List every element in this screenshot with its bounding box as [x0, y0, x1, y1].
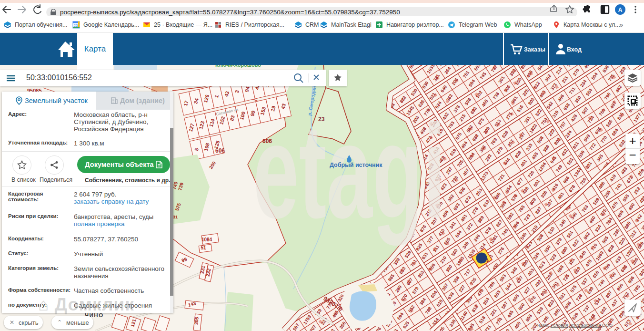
svg-text:1084: 1084: [201, 237, 212, 242]
svg-text:Добрый источник: Добрый источник: [330, 162, 382, 168]
svg-text:31: 31: [173, 215, 178, 219]
svg-text:ндекс Условия использования: ндекс Условия использования ООО: [537, 322, 613, 328]
svg-text:51: 51: [201, 245, 206, 250]
svg-text:305: 305: [193, 316, 199, 325]
svg-text:etagi: etagi: [253, 96, 446, 246]
svg-text:A: A: [618, 7, 623, 13]
svg-text:606: 606: [215, 147, 225, 154]
svg-text:23: 23: [74, 23, 78, 27]
